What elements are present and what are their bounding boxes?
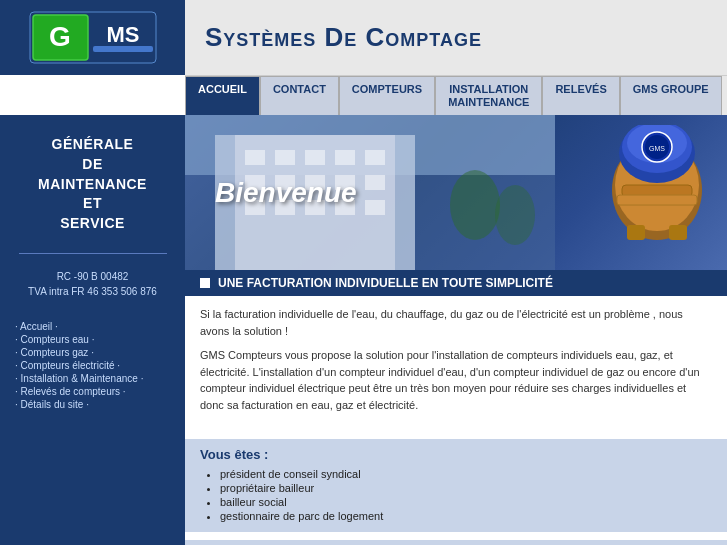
sidebar-info: RC -90 B 00482 TVA intra FR 46 353 506 8… xyxy=(18,259,167,309)
nav-bar: Accueil Contact Compteurs InstallationMa… xyxy=(185,75,727,115)
main-para1: Si la facturation individuelle de l'eau,… xyxy=(200,306,712,339)
tagline-text: UNE FACTURATION INDIVIDUELLE EN TOUTE SI… xyxy=(218,276,553,290)
logo-icon: G MS xyxy=(28,10,158,65)
list-item: président de conseil syndical xyxy=(220,468,712,480)
header-title-area: Systèmes De Comptage xyxy=(185,0,727,75)
header: G MS Systèmes De Comptage xyxy=(0,0,727,75)
tagline-bar: UNE FACTURATION INDIVIDUELLE EN TOUTE SI… xyxy=(185,270,727,296)
vous-etes-list: président de conseil syndical propriétai… xyxy=(200,468,712,522)
hero-section: Bienvenue GMS xyxy=(185,115,727,270)
svg-text:MS: MS xyxy=(106,22,139,47)
main-text-area: Si la facturation individuelle de l'eau,… xyxy=(185,296,727,431)
page-wrapper: G MS Systèmes De Comptage Accueil Contac… xyxy=(0,0,727,545)
sidebar-link-accueil[interactable]: · Accueil · xyxy=(15,321,170,332)
sidebar-company-name: GénéraleDeMaintenanceEtService xyxy=(28,115,157,248)
svg-text:GMS: GMS xyxy=(649,145,665,152)
svg-rect-11 xyxy=(305,150,325,165)
sidebar-link-compteurs-electricite[interactable]: · Compteurs électricité · xyxy=(15,360,170,371)
svg-point-24 xyxy=(450,170,500,240)
content-row: GénéraleDeMaintenanceEtService RC -90 B … xyxy=(0,115,727,545)
nav-accueil[interactable]: Accueil xyxy=(185,76,260,115)
svg-rect-18 xyxy=(365,175,385,190)
vous-recherchez-section: Vous recherchez : xyxy=(185,540,727,545)
tva-number: TVA intra FR 46 353 506 876 xyxy=(28,286,157,297)
sidebar-link-installation[interactable]: · Installation & Maintenance · xyxy=(15,373,170,384)
svg-rect-9 xyxy=(245,150,265,165)
main-content: Bienvenue GMS xyxy=(185,115,727,545)
sidebar-divider xyxy=(19,253,167,254)
svg-rect-4 xyxy=(93,46,153,52)
sidebar-link-details[interactable]: · Détails du site · xyxy=(15,399,170,410)
nav-contact[interactable]: Contact xyxy=(260,76,339,115)
water-meter-image: GMS xyxy=(602,125,712,245)
sidebar: GénéraleDeMaintenanceEtService RC -90 B … xyxy=(0,115,185,545)
logo-area: G MS xyxy=(0,0,185,75)
sidebar-link-releves[interactable]: · Relevés de compteurs · xyxy=(15,386,170,397)
list-item: gestionnaire de parc de logement xyxy=(220,510,712,522)
tagline-square-icon xyxy=(200,278,210,288)
nav-installation[interactable]: InstallationMaintenance xyxy=(435,76,542,115)
sidebar-link-compteurs-eau[interactable]: · Compteurs eau · xyxy=(15,334,170,345)
main-para2: GMS Compteurs vous propose la solution p… xyxy=(200,347,712,413)
svg-point-25 xyxy=(495,185,535,245)
list-item: propriétaire bailleur xyxy=(220,482,712,494)
svg-rect-10 xyxy=(275,150,295,165)
svg-rect-23 xyxy=(365,200,385,215)
rc-number: RC -90 B 00482 xyxy=(57,271,129,282)
svg-rect-12 xyxy=(335,150,355,165)
svg-rect-13 xyxy=(365,150,385,165)
page-title: Systèmes De Comptage xyxy=(205,22,482,53)
nav-compteurs[interactable]: Compteurs xyxy=(339,76,435,115)
list-item: bailleur social xyxy=(220,496,712,508)
hero-text: Bienvenue xyxy=(185,177,357,209)
vous-etes-section: Vous êtes : président de conseil syndica… xyxy=(185,439,727,532)
svg-rect-37 xyxy=(669,225,687,240)
sidebar-link-compteurs-gaz[interactable]: · Compteurs gaz · xyxy=(15,347,170,358)
svg-rect-35 xyxy=(617,195,697,205)
nav-releves[interactable]: Relevés xyxy=(542,76,619,115)
nav-gms-groupe[interactable]: GMS Groupe xyxy=(620,76,722,115)
sidebar-links: · Accueil · · Compteurs eau · · Compteur… xyxy=(0,309,185,422)
svg-rect-36 xyxy=(627,225,645,240)
vous-etes-title: Vous êtes : xyxy=(200,447,712,462)
svg-text:G: G xyxy=(49,21,71,52)
